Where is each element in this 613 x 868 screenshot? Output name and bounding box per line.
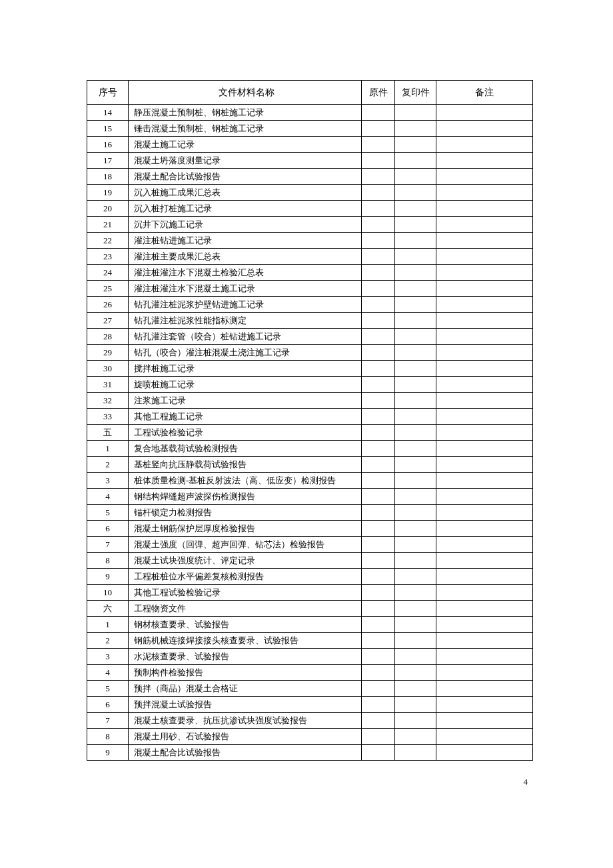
cell-remark bbox=[436, 201, 533, 217]
cell-original bbox=[362, 489, 395, 505]
cell-seq: 23 bbox=[87, 249, 129, 265]
cell-copy bbox=[395, 697, 436, 713]
cell-copy bbox=[395, 521, 436, 537]
cell-remark bbox=[436, 121, 533, 137]
cell-remark bbox=[436, 137, 533, 153]
cell-copy bbox=[395, 489, 436, 505]
table-body: 14静压混凝土预制桩、钢桩施工记录15锤击混凝土预制桩、钢桩施工记录16混凝土施… bbox=[87, 105, 533, 761]
header-seq: 序号 bbox=[87, 81, 129, 105]
cell-seq: 9 bbox=[87, 569, 129, 585]
cell-original bbox=[362, 441, 395, 457]
cell-remark bbox=[436, 681, 533, 697]
cell-copy bbox=[395, 313, 436, 329]
cell-copy bbox=[395, 121, 436, 137]
table-row: 6预拌混凝土试验报告 bbox=[87, 697, 533, 713]
table-row: 10其他工程试验检验记录 bbox=[87, 585, 533, 601]
cell-remark bbox=[436, 105, 533, 121]
table-row: 18混凝土配合比试验报告 bbox=[87, 169, 533, 185]
cell-remark bbox=[436, 265, 533, 281]
cell-seq: 3 bbox=[87, 649, 129, 665]
cell-original bbox=[362, 105, 395, 121]
cell-seq: 20 bbox=[87, 201, 129, 217]
table-row: 16混凝土施工记录 bbox=[87, 137, 533, 153]
cell-copy bbox=[395, 649, 436, 665]
cell-original bbox=[362, 505, 395, 521]
cell-name: 预拌混凝土试验报告 bbox=[129, 697, 362, 713]
cell-seq: 21 bbox=[87, 217, 129, 233]
cell-copy bbox=[395, 265, 436, 281]
cell-name: 锤击混凝土预制桩、钢桩施工记录 bbox=[129, 121, 362, 137]
table-row: 25灌注桩灌注水下混凝土施工记录 bbox=[87, 281, 533, 297]
cell-remark bbox=[436, 393, 533, 409]
table-row: 24灌注桩灌注水下混凝土检验汇总表 bbox=[87, 265, 533, 281]
cell-seq: 7 bbox=[87, 713, 129, 729]
cell-remark bbox=[436, 233, 533, 249]
cell-original bbox=[362, 409, 395, 425]
cell-copy bbox=[395, 201, 436, 217]
cell-name: 工程桩桩位水平偏差复核检测报告 bbox=[129, 569, 362, 585]
cell-remark bbox=[436, 169, 533, 185]
cell-original bbox=[362, 185, 395, 201]
table-row: 19沉入桩施工成果汇总表 bbox=[87, 185, 533, 201]
cell-copy bbox=[395, 441, 436, 457]
cell-original bbox=[362, 521, 395, 537]
cell-copy bbox=[395, 105, 436, 121]
table-row: 32注浆施工记录 bbox=[87, 393, 533, 409]
cell-seq: 22 bbox=[87, 233, 129, 249]
table-row: 5锚杆锁定力检测报告 bbox=[87, 505, 533, 521]
cell-original bbox=[362, 265, 395, 281]
cell-original bbox=[362, 745, 395, 761]
cell-seq: 1 bbox=[87, 441, 129, 457]
cell-remark bbox=[436, 441, 533, 457]
cell-copy bbox=[395, 617, 436, 633]
cell-seq: 31 bbox=[87, 377, 129, 393]
cell-remark bbox=[436, 281, 533, 297]
cell-name: 灌注桩钻进施工记录 bbox=[129, 233, 362, 249]
cell-seq: 2 bbox=[87, 457, 129, 473]
table-row: 4钢结构焊缝超声波探伤检测报告 bbox=[87, 489, 533, 505]
cell-name: 其他工程试验检验记录 bbox=[129, 585, 362, 601]
cell-copy bbox=[395, 329, 436, 345]
cell-copy bbox=[395, 457, 436, 473]
cell-original bbox=[362, 649, 395, 665]
cell-remark bbox=[436, 745, 533, 761]
cell-seq: 8 bbox=[87, 729, 129, 745]
cell-seq: 2 bbox=[87, 633, 129, 649]
cell-seq: 5 bbox=[87, 505, 129, 521]
cell-name: 预制构件检验报告 bbox=[129, 665, 362, 681]
table-row: 8混凝土试块强度统计、评定记录 bbox=[87, 553, 533, 569]
table-row: 9工程桩桩位水平偏差复核检测报告 bbox=[87, 569, 533, 585]
cell-seq: 28 bbox=[87, 329, 129, 345]
table-row: 33其他工程施工记录 bbox=[87, 409, 533, 425]
cell-original bbox=[362, 121, 395, 137]
cell-remark bbox=[436, 601, 533, 617]
header-name: 文件材料名称 bbox=[129, 81, 362, 105]
cell-copy bbox=[395, 153, 436, 169]
cell-seq: 4 bbox=[87, 665, 129, 681]
cell-name: 沉入桩打桩施工记录 bbox=[129, 201, 362, 217]
cell-name: 混凝土强度（回弹、超声回弹、钻芯法）检验报告 bbox=[129, 537, 362, 553]
cell-seq: 25 bbox=[87, 281, 129, 297]
table-row: 20沉入桩打桩施工记录 bbox=[87, 201, 533, 217]
cell-name: 桩体质量检测-基桩反射波法（高、低应变）检测报告 bbox=[129, 473, 362, 489]
cell-original bbox=[362, 249, 395, 265]
cell-seq: 6 bbox=[87, 697, 129, 713]
cell-copy bbox=[395, 233, 436, 249]
cell-seq: 24 bbox=[87, 265, 129, 281]
table-row: 2钢筋机械连接焊接接头核查要录、试验报告 bbox=[87, 633, 533, 649]
cell-remark bbox=[436, 713, 533, 729]
cell-seq: 17 bbox=[87, 153, 129, 169]
table-row: 22灌注桩钻进施工记录 bbox=[87, 233, 533, 249]
cell-original bbox=[362, 329, 395, 345]
cell-seq: 15 bbox=[87, 121, 129, 137]
cell-remark bbox=[436, 313, 533, 329]
cell-remark bbox=[436, 377, 533, 393]
page-number: 4 bbox=[87, 777, 533, 787]
cell-name: 混凝土钢筋保护层厚度检验报告 bbox=[129, 521, 362, 537]
cell-original bbox=[362, 473, 395, 489]
cell-seq: 10 bbox=[87, 585, 129, 601]
cell-copy bbox=[395, 537, 436, 553]
table-row: 15锤击混凝土预制桩、钢桩施工记录 bbox=[87, 121, 533, 137]
cell-seq: 8 bbox=[87, 553, 129, 569]
cell-name: 钻孔灌注桩泥浆性能指标测定 bbox=[129, 313, 362, 329]
